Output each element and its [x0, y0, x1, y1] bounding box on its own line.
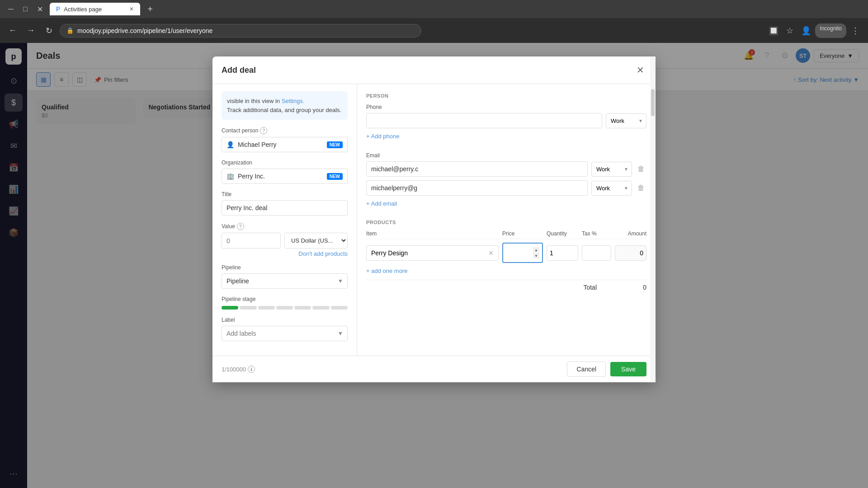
stage-progress-bar — [222, 306, 348, 310]
minimize-button[interactable]: ─ — [5, 3, 17, 15]
phone-type-wrapper: Work — [606, 113, 646, 128]
title-input[interactable] — [222, 200, 348, 216]
value-row: US Dollar (US... — [222, 233, 348, 249]
maximize-button[interactable]: □ — [19, 3, 32, 15]
pipeline-stage-group: Pipeline stage — [222, 296, 348, 310]
stage-1[interactable] — [222, 306, 238, 310]
stage-3[interactable] — [258, 306, 275, 310]
tab-favicon: P — [56, 5, 60, 13]
browser-toolbar: ← → ↻ 🔒 moodjoy.pipedrive.com/pipeline/1… — [0, 18, 868, 43]
product-clear-icon[interactable]: ✕ — [488, 249, 494, 257]
modal-close-button[interactable]: ✕ — [634, 64, 646, 76]
org-new-badge: NEW — [327, 173, 343, 180]
incognito-badge: Incognito — [815, 23, 846, 38]
email-label: Email — [366, 152, 646, 159]
label-input[interactable] — [222, 326, 348, 341]
browser-window-controls: ─ □ ✕ — [5, 3, 46, 15]
modal-left-panel: visible in this view in Settings. Track … — [212, 84, 357, 356]
email-type-wrapper-1: Work — [591, 162, 632, 177]
price-input[interactable] — [506, 249, 533, 257]
stage-5[interactable] — [294, 306, 311, 310]
price-up-button[interactable]: ▲ — [533, 247, 539, 253]
email-type-select-2[interactable]: Work — [591, 181, 632, 196]
email-row-2: michaelperry@g Work 🗑 — [366, 180, 646, 196]
email-delete-1[interactable]: 🗑 — [636, 164, 646, 174]
add-one-more-link[interactable]: + add one more — [366, 267, 407, 274]
contact-new-badge: NEW — [327, 141, 343, 148]
info-text: visible in this view in — [227, 98, 282, 104]
value-input[interactable] — [222, 233, 281, 249]
contact-help-icon[interactable]: ? — [260, 127, 267, 134]
person-section-title: PERSON — [366, 93, 646, 99]
phone-group: Phone Work + Add phone — [366, 104, 646, 145]
email-delete-2[interactable]: 🗑 — [636, 183, 646, 193]
col-item-header: Item — [366, 230, 499, 237]
extensions-button[interactable]: 🔲 — [766, 23, 781, 38]
quantity-input[interactable] — [547, 245, 578, 261]
email-input-1[interactable]: michael@perry.c — [366, 161, 588, 177]
pipeline-select[interactable]: Pipeline — [222, 273, 348, 289]
bookmark-button[interactable]: ☆ — [783, 23, 797, 38]
refresh-button[interactable]: ↻ — [42, 23, 56, 38]
total-label: Total — [583, 284, 597, 291]
back-button[interactable]: ← — [5, 23, 20, 38]
stage-2[interactable] — [240, 306, 256, 310]
modal-title: Add deal — [222, 66, 256, 75]
email-row-1: michael@perry.c Work 🗑 — [366, 161, 646, 177]
char-count: 1/100000 ℹ — [222, 366, 255, 373]
price-field: ▲ ▼ — [502, 243, 543, 263]
phone-input[interactable] — [366, 113, 602, 128]
email-input-2[interactable]: michaelperry@g — [366, 180, 588, 196]
modal-body: visible in this view in Settings. Track … — [212, 84, 656, 356]
save-button[interactable]: Save — [610, 362, 646, 376]
new-tab-button[interactable]: + — [144, 3, 156, 15]
value-help-icon[interactable]: ? — [237, 223, 244, 230]
add-email-link[interactable]: + Add email — [366, 200, 397, 207]
pipeline-stage-label: Pipeline stage — [222, 296, 348, 302]
address-bar[interactable]: 🔒 moodjoy.pipedrive.com/pipeline/1/user/… — [60, 24, 421, 38]
phone-type-select[interactable]: Work — [606, 113, 646, 128]
product-row: Perry Design ✕ ▲ ▼ 0 — [366, 243, 646, 263]
browser-chrome: ─ □ ✕ P Activities page ✕ + ← → ↻ 🔒 mood… — [0, 0, 868, 43]
right-scrollbar-track — [650, 84, 656, 356]
phone-label: Phone — [366, 104, 646, 110]
profile-button[interactable]: 👤 — [799, 23, 813, 38]
col-quantity-header: Quantity — [547, 230, 578, 237]
products-section-title: PRODUCTS — [366, 220, 646, 225]
product-name-field[interactable]: Perry Design ✕ — [366, 245, 499, 261]
phone-row: Work — [366, 113, 646, 128]
org-name: Perry Inc. — [238, 173, 323, 180]
menu-button[interactable]: ⋮ — [848, 23, 863, 38]
email-type-select-1[interactable]: Work — [591, 162, 632, 177]
dont-add-products-link[interactable]: Don't add products — [222, 250, 348, 257]
lock-icon: 🔒 — [66, 27, 74, 34]
price-down-button[interactable]: ▼ — [533, 253, 539, 258]
stage-6[interactable] — [312, 306, 329, 310]
col-tax-header: Tax % — [582, 230, 611, 237]
stage-7[interactable] — [331, 306, 348, 310]
organization-group: Organization 🏢 Perry Inc. NEW — [222, 160, 348, 184]
settings-link[interactable]: Settings. — [282, 98, 305, 104]
browser-titlebar: ─ □ ✕ P Activities page ✕ + — [0, 0, 868, 18]
title-label: Title — [222, 191, 348, 197]
url-text: moodjoy.pipedrive.com/pipeline/1/user/ev… — [77, 27, 212, 34]
browser-tab[interactable]: P Activities page ✕ — [50, 3, 140, 15]
cancel-button[interactable]: Cancel — [567, 361, 606, 377]
tab-close-icon[interactable]: ✕ — [129, 6, 134, 12]
stage-4[interactable] — [276, 306, 293, 310]
modal-footer: 1/100000 ℹ Cancel Save — [212, 356, 656, 382]
add-deal-modal: Add deal ✕ visible in this view in Setti… — [212, 56, 656, 382]
contact-person-label: Contact person ? — [222, 127, 348, 134]
value-label: Value ? — [222, 223, 348, 230]
forward-button[interactable]: → — [24, 23, 38, 38]
char-count-info-icon[interactable]: ℹ — [248, 366, 255, 373]
right-scrollbar-thumb — [651, 89, 655, 116]
add-phone-link[interactable]: + Add phone — [366, 133, 399, 140]
tax-input[interactable] — [582, 245, 611, 261]
currency-select[interactable]: US Dollar (US... — [284, 233, 348, 249]
modal-right-panel: PERSON Phone Work + Add phone — [357, 84, 656, 356]
window-close-button[interactable]: ✕ — [33, 3, 46, 15]
label-group: Label ▼ — [222, 317, 348, 341]
modal-header: Add deal ✕ — [212, 56, 656, 84]
contact-person-group: Contact person ? 👤 Michael Perry NEW — [222, 127, 348, 152]
